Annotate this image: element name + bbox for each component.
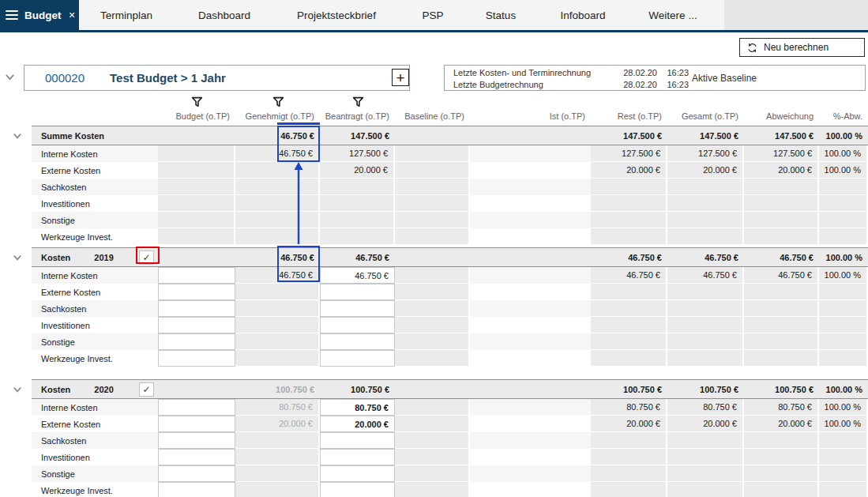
column-header[interactable]: Abweichung: [744, 111, 814, 122]
cell-value-ges: 80.750 €: [703, 402, 737, 412]
cell-abw: [744, 432, 819, 449]
cell-budget[interactable]: [158, 317, 235, 333]
table-row: Sonstige: [32, 333, 868, 350]
cell-bean[interactable]: 46.750 €: [320, 267, 395, 284]
filter-icon[interactable]: [352, 96, 364, 108]
cell-bean[interactable]: [320, 284, 395, 300]
filter-icon[interactable]: [272, 96, 284, 108]
section-expand-chevron[interactable]: [13, 253, 22, 264]
cell-bean[interactable]: [320, 333, 395, 350]
cell-gap: [470, 432, 513, 449]
section-expand-chevron[interactable]: [13, 385, 22, 396]
table-row: Investitionen: [32, 317, 868, 333]
cell-label: Interne Kosten: [32, 399, 126, 416]
calc-info-date: 28.02.20: [611, 67, 657, 78]
tab-infoboard[interactable]: Infoboard: [547, 0, 619, 30]
column-header[interactable]: %-Abw.: [819, 111, 862, 122]
column-header[interactable]: Ist (o.TP): [513, 111, 585, 122]
cell-rest: [591, 350, 667, 367]
cell-budget[interactable]: [158, 399, 235, 416]
tab-projektsteckbrief[interactable]: Projektsteckbrief: [289, 0, 384, 30]
tab-weitere[interactable]: Weitere ...: [641, 0, 705, 30]
top-nav-bar: Budget ✕ TerminplanDashboardProjektsteck…: [0, 0, 868, 32]
cell-ist: [513, 145, 591, 162]
filter-icon[interactable]: [191, 96, 203, 108]
cell-ist: [513, 432, 591, 449]
cell-ges: 147.500 €: [667, 126, 744, 145]
cell-budget[interactable]: [158, 432, 235, 449]
cell-abw: 127.500 €: [744, 145, 819, 162]
cell-base: [395, 284, 470, 300]
cell-budget[interactable]: [158, 333, 235, 350]
table-row: Werkzeuge Invest.: [32, 350, 868, 367]
cell-rest: 100.750 €: [591, 380, 667, 398]
cell-ges: [667, 449, 744, 465]
cell-budget[interactable]: [158, 449, 235, 465]
cell-gen: [235, 300, 320, 317]
tab-dashboard[interactable]: Dashboard: [193, 0, 256, 30]
cell-bean: [320, 212, 395, 228]
column-header[interactable]: Gesamt (o.TP): [667, 111, 738, 122]
column-header[interactable]: Beantragt (o.TP): [320, 111, 389, 122]
cell-bean[interactable]: 20.000 €: [320, 416, 395, 432]
cell-base: [395, 126, 470, 145]
cell-p: 100.00 %: [819, 162, 868, 179]
recalculate-button[interactable]: Neu berechnen: [739, 38, 865, 57]
column-header[interactable]: Budget (o.TP): [158, 111, 230, 122]
tab-terminplan[interactable]: Terminplan: [95, 0, 158, 30]
column-header[interactable]: Rest (o.TP): [591, 111, 662, 122]
cell-gap: [470, 465, 513, 482]
cell-budget[interactable]: [158, 284, 235, 300]
column-header[interactable]: Baseline (o.TP): [395, 111, 464, 122]
cell-gap: [470, 248, 513, 266]
add-button[interactable]: +: [392, 69, 409, 86]
cell-p: 100.00 %: [819, 145, 868, 162]
cell-p: [819, 350, 868, 367]
column-header[interactable]: Genehmigt (o.TP): [235, 111, 314, 122]
section-expand-chevron[interactable]: [13, 131, 22, 142]
cell-gap: [470, 267, 513, 284]
cell-base: [395, 228, 470, 245]
project-expand-chevron[interactable]: [5, 72, 15, 82]
cell-budget[interactable]: [158, 465, 235, 482]
cell-rest: 46.750 €: [591, 248, 667, 266]
cell-gap: [470, 284, 513, 300]
hamburger-menu-icon[interactable]: [6, 10, 18, 20]
cell-abw: [744, 449, 819, 465]
table-section: Kosten2019✓46.750 €46.750 €46.750 €46.75…: [32, 247, 868, 367]
cell-rest: [591, 465, 667, 482]
refresh-icon: [746, 42, 758, 54]
cell-bean[interactable]: [320, 465, 395, 482]
table-row: Werkzeuge Invest.: [32, 482, 868, 497]
cell-ges: [667, 179, 744, 195]
selected-column-underline: [277, 122, 320, 125]
cell-budget[interactable]: [158, 416, 235, 432]
cell-budget[interactable]: [158, 300, 235, 317]
highlight-box-sum: [277, 126, 320, 162]
cell-p: [819, 432, 868, 449]
cell-bean: [320, 195, 395, 212]
cell-bean[interactable]: [320, 482, 395, 497]
tab-budget-active[interactable]: Budget ✕: [0, 0, 79, 30]
cell-budget[interactable]: [158, 350, 235, 367]
cell-base: [395, 267, 470, 284]
cell-bean[interactable]: 80.750 €: [320, 399, 395, 416]
cell-base: [395, 399, 470, 416]
cell-ist: [513, 179, 591, 195]
cell-bean: 127.500 €: [320, 145, 395, 162]
cell-value-ges: 20.000 €: [703, 419, 737, 428]
cell-bean[interactable]: [320, 317, 395, 333]
cell-ges: 100.750 €: [667, 380, 744, 398]
year-checkbox[interactable]: ✓: [139, 382, 154, 397]
cell-budget[interactable]: [158, 267, 235, 284]
cell-bean[interactable]: [320, 449, 395, 465]
close-tab-icon[interactable]: ✕: [69, 10, 76, 21]
tab-psp[interactable]: PSP: [409, 0, 457, 30]
cell-gen: 20.000 €: [235, 416, 320, 432]
cell-bean[interactable]: [320, 432, 395, 449]
cell-value-rest: 20.000 €: [626, 165, 660, 175]
cell-bean[interactable]: [320, 350, 395, 367]
tab-status[interactable]: Status: [477, 0, 524, 30]
cell-bean[interactable]: [320, 300, 395, 317]
cell-budget[interactable]: [158, 482, 235, 497]
